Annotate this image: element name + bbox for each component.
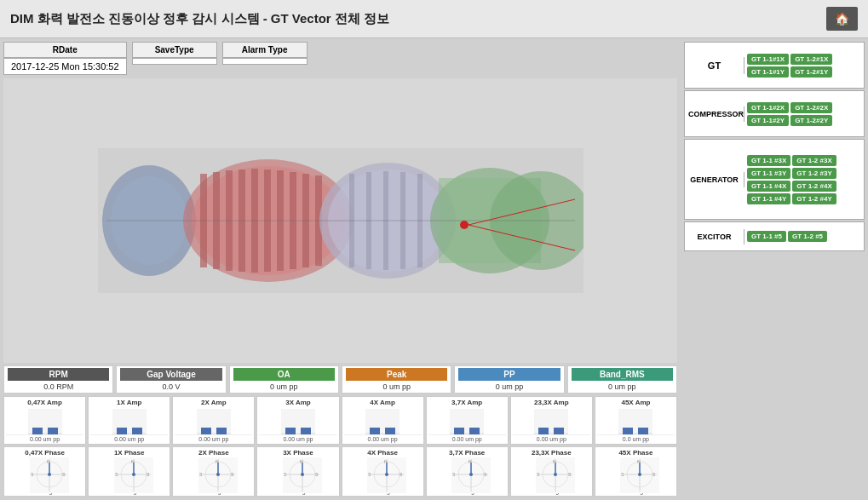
left-panel: RDate 2017-12-25 Mon 15:30:52 SaveType A… bbox=[0, 38, 681, 500]
svg-rect-31 bbox=[32, 428, 43, 434]
svg-point-93 bbox=[301, 473, 304, 476]
alarmtype-value bbox=[222, 58, 308, 65]
svg-point-75 bbox=[132, 473, 135, 476]
gt-buttons-btn-2[interactable]: GT 1-1#1Y bbox=[747, 66, 789, 78]
amp-title-7: 45X Amp bbox=[621, 399, 650, 406]
compressor-buttons-btn-3[interactable]: GT 1-2#2Y bbox=[790, 115, 832, 126]
generator-buttons-btn-1[interactable]: GT 1-2 #3X bbox=[792, 155, 836, 166]
generator-buttons-btn-0[interactable]: GT 1-1 #3X bbox=[747, 155, 790, 166]
phase-circle-2: S S N bbox=[198, 457, 229, 488]
phase-card-1: 1X Phase S S N 0 deg bbox=[88, 446, 170, 497]
rdate-value: 2017-12-25 Mon 15:30:52 bbox=[3, 58, 127, 75]
main-container: DIM 화력 발전소 진동이상 정후 감시 시스템 - GT Vector 전체… bbox=[0, 0, 868, 500]
amp-value-3: 0.00 um pp bbox=[283, 436, 313, 442]
svg-rect-43 bbox=[285, 428, 296, 434]
svg-text:N: N bbox=[47, 459, 50, 464]
svg-point-120 bbox=[554, 473, 557, 476]
engine-image bbox=[3, 78, 677, 363]
svg-point-26 bbox=[460, 221, 468, 229]
amp-card-4: 4X Amp 0.00 um pp bbox=[342, 396, 424, 445]
rdate-header: RDate bbox=[3, 42, 127, 58]
page-title: DIM 화력 발전소 진동이상 정후 감시 시스템 - GT Vector 전체… bbox=[10, 11, 389, 27]
alarmtype-block: Alarm Type bbox=[222, 42, 308, 75]
svg-text:N: N bbox=[384, 459, 388, 464]
amp-card-6: 23,3X Amp 0.00 um pp bbox=[510, 396, 593, 445]
phase-title-7: 45X Phase bbox=[618, 449, 652, 457]
svg-text:N: N bbox=[216, 459, 219, 464]
svg-rect-55 bbox=[538, 428, 549, 434]
engine-svg bbox=[98, 148, 583, 293]
gap-value: 0.0 V bbox=[162, 382, 180, 391]
peak-card: Peak 0 um pp bbox=[342, 365, 451, 394]
svg-rect-36 bbox=[132, 428, 142, 434]
svg-text:N: N bbox=[468, 459, 472, 464]
svg-point-102 bbox=[385, 473, 388, 476]
generator-buttons-btn-6[interactable]: GT 1-1 #4Y bbox=[747, 193, 790, 204]
phase-title-2: 2X Phase bbox=[198, 449, 229, 457]
amp-value-7: 0.0 um pp bbox=[623, 436, 649, 442]
generator-section: GENERATOR GT 1-1 #3XGT 1-2 #3XGT 1-1 #3Y… bbox=[684, 139, 865, 220]
svg-rect-35 bbox=[117, 428, 127, 434]
amp-card-0: 0,47X Amp 0.00 um pp bbox=[3, 396, 86, 445]
compressor-buttons-btn-0[interactable]: GT 1-1#2X bbox=[747, 102, 789, 113]
svg-text:N: N bbox=[553, 459, 556, 464]
gt-buttons-btn-0[interactable]: GT 1-1#1X bbox=[747, 54, 789, 65]
svg-text:N: N bbox=[300, 459, 303, 464]
generator-buttons-btn-3[interactable]: GT 1-2 #3Y bbox=[792, 168, 836, 179]
oa-card: OA 0 um pp bbox=[229, 365, 339, 394]
excitor-buttons-btn-1[interactable]: GT 1-2 #5 bbox=[788, 231, 827, 242]
phase-card-6: 23,3X Phase S S N 0 de bbox=[510, 446, 593, 497]
excitor-buttons-btn-0[interactable]: GT 1-1 #5 bbox=[747, 231, 786, 242]
phase-card-0: 0,47X Phase S S N 0 de bbox=[3, 446, 86, 497]
svg-rect-48 bbox=[385, 428, 395, 434]
amp-chart-3 bbox=[259, 408, 336, 435]
pp-value: 0 um pp bbox=[496, 382, 524, 391]
generator-buttons-btn-2[interactable]: GT 1-1 #3Y bbox=[747, 168, 790, 179]
header: DIM 화력 발전소 진동이상 정후 감시 시스템 - GT Vector 전체… bbox=[0, 0, 868, 38]
gap-label: Gap Voltage bbox=[120, 368, 221, 381]
amp-card-5: 3,7X Amp 0.00 um pp bbox=[426, 396, 509, 445]
svg-rect-52 bbox=[469, 428, 480, 434]
phase-title-1: 1X Phase bbox=[114, 449, 145, 457]
phase-card-2: 2X Phase S S N 0 deg bbox=[172, 446, 255, 497]
savetype-header: SaveType bbox=[132, 42, 217, 58]
gt-buttons-btn-1[interactable]: GT 1-2#1X bbox=[790, 54, 832, 65]
phase-title-3: 3X Phase bbox=[283, 449, 313, 457]
phase-circle-4: S S N bbox=[367, 457, 398, 488]
generator-buttons-btn-7[interactable]: GT 1-2 #4Y bbox=[792, 193, 836, 204]
savetype-block: SaveType bbox=[132, 42, 217, 75]
svg-point-66 bbox=[48, 473, 51, 476]
svg-rect-59 bbox=[623, 428, 633, 434]
svg-point-129 bbox=[638, 473, 641, 476]
excitor-section: EXCITOR GT 1-1 #5GT 1-2 #5 bbox=[684, 221, 865, 251]
amp-value-0: 0.00 um pp bbox=[30, 436, 60, 442]
amp-title-2: 2X Amp bbox=[201, 399, 227, 406]
status-row: RPM 0.0 RPM Gap Voltage 0.0 V OA 0 um pp… bbox=[3, 365, 677, 394]
phase-card-7: 45X Phase S S N 0 deg bbox=[595, 446, 677, 497]
content-area: RDate 2017-12-25 Mon 15:30:52 SaveType A… bbox=[0, 38, 868, 500]
gt-buttons-btn-3[interactable]: GT 1-2#1Y bbox=[790, 66, 832, 78]
phase-circle-5: S S N bbox=[451, 457, 482, 488]
phase-circle-3: S S N bbox=[283, 457, 313, 488]
band-value: 0 um pp bbox=[608, 382, 636, 391]
svg-point-84 bbox=[216, 473, 220, 476]
info-row: RDate 2017-12-25 Mon 15:30:52 SaveType A… bbox=[3, 42, 677, 75]
compressor-buttons-btn-2[interactable]: GT 1-1#2Y bbox=[747, 115, 789, 126]
savetype-value bbox=[132, 58, 217, 65]
oa-label: OA bbox=[233, 368, 335, 381]
compressor-buttons-btn-1[interactable]: GT 1-2#2X bbox=[790, 102, 832, 113]
excitor-label: EXCITOR bbox=[685, 229, 744, 244]
generator-buttons-btn-4[interactable]: GT 1-1 #4X bbox=[747, 181, 790, 192]
alarmtype-header: Alarm Type bbox=[222, 42, 308, 58]
amp-value-2: 0.00 um pp bbox=[198, 436, 228, 442]
amp-chart-5 bbox=[428, 408, 506, 435]
amp-value-6: 0.00 um pp bbox=[537, 436, 566, 442]
home-button[interactable]: 🏠 bbox=[826, 7, 858, 31]
phase-circle-6: S S N bbox=[536, 457, 566, 488]
amp-chart-4 bbox=[344, 408, 422, 435]
generator-buttons-btn-5[interactable]: GT 1-2 #4X bbox=[792, 181, 836, 192]
svg-rect-40 bbox=[216, 428, 227, 434]
phase-card-4: 4X Phase S S N 0 deg bbox=[342, 446, 424, 497]
phase-title-0: 0,47X Phase bbox=[25, 449, 65, 457]
svg-rect-44 bbox=[301, 428, 311, 434]
